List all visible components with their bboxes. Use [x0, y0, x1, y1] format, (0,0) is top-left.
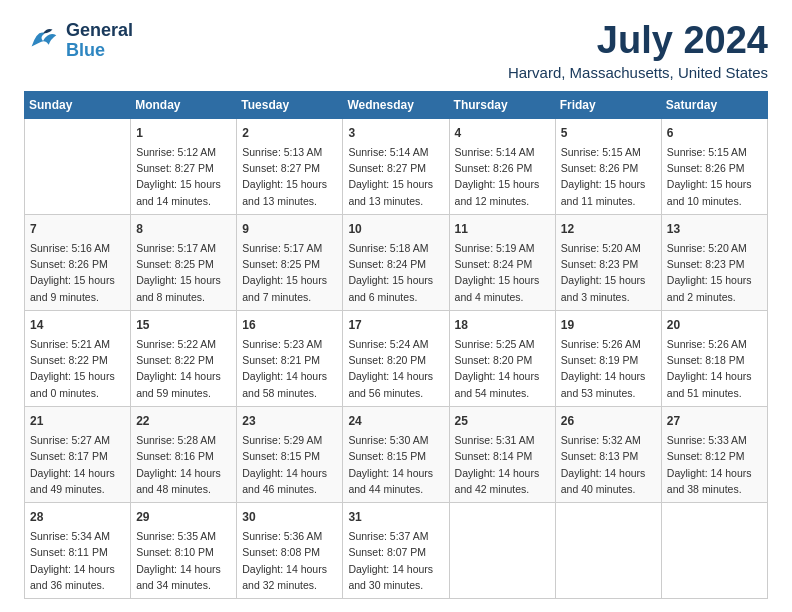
calendar-cell: 15Sunrise: 5:22 AMSunset: 8:22 PMDayligh…	[131, 310, 237, 406]
day-number: 14	[30, 316, 125, 334]
logo: General Blue	[24, 20, 133, 62]
day-number: 5	[561, 124, 656, 142]
calendar-cell: 25Sunrise: 5:31 AMSunset: 8:14 PMDayligh…	[449, 406, 555, 502]
day-info: Sunrise: 5:20 AMSunset: 8:23 PMDaylight:…	[561, 240, 656, 305]
day-info: Sunrise: 5:17 AMSunset: 8:25 PMDaylight:…	[242, 240, 337, 305]
day-number: 31	[348, 508, 443, 526]
calendar-cell: 5Sunrise: 5:15 AMSunset: 8:26 PMDaylight…	[555, 118, 661, 214]
day-number: 17	[348, 316, 443, 334]
day-info: Sunrise: 5:24 AMSunset: 8:20 PMDaylight:…	[348, 336, 443, 401]
calendar-cell: 13Sunrise: 5:20 AMSunset: 8:23 PMDayligh…	[661, 214, 767, 310]
calendar-cell: 30Sunrise: 5:36 AMSunset: 8:08 PMDayligh…	[237, 503, 343, 599]
day-info: Sunrise: 5:14 AMSunset: 8:26 PMDaylight:…	[455, 144, 550, 209]
day-info: Sunrise: 5:20 AMSunset: 8:23 PMDaylight:…	[667, 240, 762, 305]
week-row-3: 14Sunrise: 5:21 AMSunset: 8:22 PMDayligh…	[25, 310, 768, 406]
calendar-cell	[661, 503, 767, 599]
calendar-cell: 16Sunrise: 5:23 AMSunset: 8:21 PMDayligh…	[237, 310, 343, 406]
week-row-5: 28Sunrise: 5:34 AMSunset: 8:11 PMDayligh…	[25, 503, 768, 599]
day-info: Sunrise: 5:14 AMSunset: 8:27 PMDaylight:…	[348, 144, 443, 209]
day-number: 15	[136, 316, 231, 334]
day-number: 30	[242, 508, 337, 526]
calendar-cell: 14Sunrise: 5:21 AMSunset: 8:22 PMDayligh…	[25, 310, 131, 406]
day-number: 16	[242, 316, 337, 334]
day-info: Sunrise: 5:36 AMSunset: 8:08 PMDaylight:…	[242, 528, 337, 593]
day-info: Sunrise: 5:25 AMSunset: 8:20 PMDaylight:…	[455, 336, 550, 401]
calendar-cell: 29Sunrise: 5:35 AMSunset: 8:10 PMDayligh…	[131, 503, 237, 599]
header-cell-monday: Monday	[131, 91, 237, 118]
header-cell-sunday: Sunday	[25, 91, 131, 118]
calendar-cell: 17Sunrise: 5:24 AMSunset: 8:20 PMDayligh…	[343, 310, 449, 406]
day-info: Sunrise: 5:26 AMSunset: 8:18 PMDaylight:…	[667, 336, 762, 401]
calendar-cell: 8Sunrise: 5:17 AMSunset: 8:25 PMDaylight…	[131, 214, 237, 310]
day-number: 27	[667, 412, 762, 430]
day-number: 22	[136, 412, 231, 430]
day-info: Sunrise: 5:34 AMSunset: 8:11 PMDaylight:…	[30, 528, 125, 593]
day-info: Sunrise: 5:35 AMSunset: 8:10 PMDaylight:…	[136, 528, 231, 593]
calendar-cell: 9Sunrise: 5:17 AMSunset: 8:25 PMDaylight…	[237, 214, 343, 310]
calendar-body: 1Sunrise: 5:12 AMSunset: 8:27 PMDaylight…	[25, 118, 768, 598]
header-cell-thursday: Thursday	[449, 91, 555, 118]
calendar-subtitle: Harvard, Massachusetts, United States	[508, 64, 768, 81]
day-info: Sunrise: 5:16 AMSunset: 8:26 PMDaylight:…	[30, 240, 125, 305]
day-number: 26	[561, 412, 656, 430]
calendar-cell: 1Sunrise: 5:12 AMSunset: 8:27 PMDaylight…	[131, 118, 237, 214]
day-info: Sunrise: 5:23 AMSunset: 8:21 PMDaylight:…	[242, 336, 337, 401]
calendar-cell: 19Sunrise: 5:26 AMSunset: 8:19 PMDayligh…	[555, 310, 661, 406]
day-number: 19	[561, 316, 656, 334]
week-row-4: 21Sunrise: 5:27 AMSunset: 8:17 PMDayligh…	[25, 406, 768, 502]
day-number: 18	[455, 316, 550, 334]
logo-icon	[24, 20, 62, 62]
day-info: Sunrise: 5:21 AMSunset: 8:22 PMDaylight:…	[30, 336, 125, 401]
calendar-cell: 28Sunrise: 5:34 AMSunset: 8:11 PMDayligh…	[25, 503, 131, 599]
header-cell-friday: Friday	[555, 91, 661, 118]
day-number: 1	[136, 124, 231, 142]
day-info: Sunrise: 5:19 AMSunset: 8:24 PMDaylight:…	[455, 240, 550, 305]
logo-general-text: General	[66, 21, 133, 41]
week-row-2: 7Sunrise: 5:16 AMSunset: 8:26 PMDaylight…	[25, 214, 768, 310]
calendar-cell: 20Sunrise: 5:26 AMSunset: 8:18 PMDayligh…	[661, 310, 767, 406]
day-number: 8	[136, 220, 231, 238]
day-number: 28	[30, 508, 125, 526]
day-number: 23	[242, 412, 337, 430]
day-info: Sunrise: 5:28 AMSunset: 8:16 PMDaylight:…	[136, 432, 231, 497]
day-info: Sunrise: 5:26 AMSunset: 8:19 PMDaylight:…	[561, 336, 656, 401]
day-info: Sunrise: 5:12 AMSunset: 8:27 PMDaylight:…	[136, 144, 231, 209]
calendar-cell: 31Sunrise: 5:37 AMSunset: 8:07 PMDayligh…	[343, 503, 449, 599]
calendar-cell: 22Sunrise: 5:28 AMSunset: 8:16 PMDayligh…	[131, 406, 237, 502]
title-block: July 2024 Harvard, Massachusetts, United…	[508, 20, 768, 81]
calendar-cell: 18Sunrise: 5:25 AMSunset: 8:20 PMDayligh…	[449, 310, 555, 406]
day-number: 6	[667, 124, 762, 142]
header-cell-wednesday: Wednesday	[343, 91, 449, 118]
calendar-cell: 27Sunrise: 5:33 AMSunset: 8:12 PMDayligh…	[661, 406, 767, 502]
day-number: 20	[667, 316, 762, 334]
calendar-cell: 7Sunrise: 5:16 AMSunset: 8:26 PMDaylight…	[25, 214, 131, 310]
page-header: General Blue July 2024 Harvard, Massachu…	[24, 20, 768, 81]
week-row-1: 1Sunrise: 5:12 AMSunset: 8:27 PMDaylight…	[25, 118, 768, 214]
header-cell-tuesday: Tuesday	[237, 91, 343, 118]
calendar-cell	[25, 118, 131, 214]
logo-label: General Blue	[66, 21, 133, 61]
day-info: Sunrise: 5:18 AMSunset: 8:24 PMDaylight:…	[348, 240, 443, 305]
calendar-cell: 4Sunrise: 5:14 AMSunset: 8:26 PMDaylight…	[449, 118, 555, 214]
day-info: Sunrise: 5:33 AMSunset: 8:12 PMDaylight:…	[667, 432, 762, 497]
day-number: 24	[348, 412, 443, 430]
calendar-cell: 23Sunrise: 5:29 AMSunset: 8:15 PMDayligh…	[237, 406, 343, 502]
day-info: Sunrise: 5:37 AMSunset: 8:07 PMDaylight:…	[348, 528, 443, 593]
day-info: Sunrise: 5:29 AMSunset: 8:15 PMDaylight:…	[242, 432, 337, 497]
calendar-cell: 2Sunrise: 5:13 AMSunset: 8:27 PMDaylight…	[237, 118, 343, 214]
logo-blue-text: Blue	[66, 41, 133, 61]
calendar-cell: 10Sunrise: 5:18 AMSunset: 8:24 PMDayligh…	[343, 214, 449, 310]
day-info: Sunrise: 5:27 AMSunset: 8:17 PMDaylight:…	[30, 432, 125, 497]
header-row: SundayMondayTuesdayWednesdayThursdayFrid…	[25, 91, 768, 118]
day-number: 25	[455, 412, 550, 430]
calendar-cell: 11Sunrise: 5:19 AMSunset: 8:24 PMDayligh…	[449, 214, 555, 310]
day-number: 3	[348, 124, 443, 142]
calendar-cell: 3Sunrise: 5:14 AMSunset: 8:27 PMDaylight…	[343, 118, 449, 214]
day-info: Sunrise: 5:15 AMSunset: 8:26 PMDaylight:…	[667, 144, 762, 209]
day-number: 7	[30, 220, 125, 238]
day-number: 29	[136, 508, 231, 526]
day-info: Sunrise: 5:15 AMSunset: 8:26 PMDaylight:…	[561, 144, 656, 209]
day-number: 21	[30, 412, 125, 430]
day-info: Sunrise: 5:30 AMSunset: 8:15 PMDaylight:…	[348, 432, 443, 497]
calendar-cell: 21Sunrise: 5:27 AMSunset: 8:17 PMDayligh…	[25, 406, 131, 502]
